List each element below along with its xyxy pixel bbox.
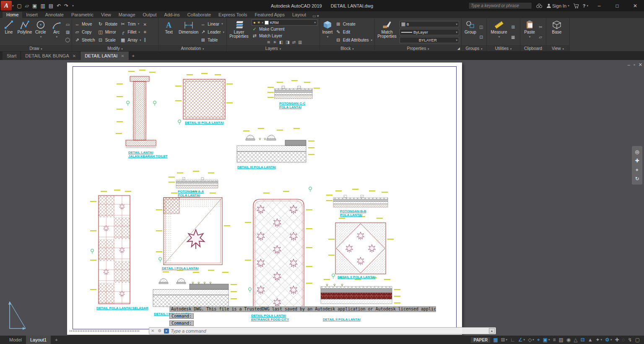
panel-expander-icon[interactable]: ◢	[457, 46, 460, 51]
ellipse-icon[interactable]: ◯	[65, 37, 70, 42]
lineweight-select[interactable]: ByLayer▾	[400, 29, 459, 35]
copy-clip-icon[interactable]: ▱	[539, 35, 542, 39]
array-button[interactable]: ▦Array▾	[120, 37, 141, 44]
ribbon-tab-insert[interactable]: Insert	[22, 12, 42, 18]
maximize-button[interactable]: □	[610, 0, 624, 11]
search-input[interactable]	[468, 2, 532, 9]
fillet-button[interactable]: ╭Fillet▾	[120, 29, 141, 36]
model-tab[interactable]: Model	[5, 336, 26, 344]
minimize-button[interactable]: –	[592, 0, 606, 11]
file-tab-start[interactable]: Start	[3, 52, 21, 60]
move-button[interactable]: ↔Move	[74, 21, 95, 27]
object-color-select[interactable]: 8▾	[400, 21, 459, 27]
annotation-visibility-icon[interactable]: ▲	[588, 337, 593, 343]
object-snap-icon[interactable]: ▣▾	[543, 337, 550, 343]
ribbon-tab-express-tools[interactable]: Express Tools	[215, 12, 251, 18]
sign-in-button[interactable]: Sign In▾	[546, 3, 569, 8]
undo-icon[interactable]: ↶	[57, 3, 61, 9]
new-tab-button[interactable]: +	[129, 52, 138, 60]
polyline-button[interactable]: Polyline	[17, 19, 32, 45]
annotation-monitor-icon[interactable]: ✚	[615, 337, 619, 343]
copy-button[interactable]: ▱Copy	[74, 29, 95, 36]
ribbon-tab-collaborate[interactable]: Collaborate	[184, 12, 215, 18]
group-edit-icon[interactable]: ⊡	[480, 35, 483, 39]
erase-icon[interactable]: ✕	[143, 22, 147, 27]
annotation-scale-icon[interactable]: ✦▾	[596, 337, 602, 343]
layer-select[interactable]: ● ☀ ▪ KRM▾	[252, 19, 317, 26]
clean-screen-icon[interactable]: ▢	[635, 337, 640, 343]
close-tab-icon[interactable]: ✕	[121, 54, 124, 58]
panel-label-draw[interactable]: Draw ▾	[0, 45, 72, 51]
scale-button[interactable]: ⊡Scale	[98, 37, 117, 44]
drawing-close-icon[interactable]: ✕	[639, 62, 642, 68]
panel-label-view[interactable]: View ▾	[546, 45, 569, 51]
close-button[interactable]: ✕	[628, 0, 642, 11]
leader-button[interactable]: ↗Leader▾	[200, 29, 224, 36]
ribbon-display-toggle-icon[interactable]: ▭ ▾	[312, 14, 319, 18]
offset-icon[interactable]: ∥	[144, 37, 146, 42]
rotate-button[interactable]: ↻Rotate	[98, 21, 117, 27]
dimension-button[interactable]: Dimension	[179, 19, 198, 45]
selection-cycling-icon[interactable]: ◉	[566, 337, 571, 343]
grid-icon[interactable]: ▦	[493, 337, 498, 343]
save-icon[interactable]: ▣	[32, 3, 37, 9]
ribbon-tab-featured-apps[interactable]: Featured Apps	[251, 12, 288, 18]
panel-label-modify[interactable]: Modify ▾	[72, 45, 158, 51]
layer-isolate-icon[interactable]: ☀	[273, 40, 277, 44]
command-close-icon[interactable]: ✕	[150, 328, 155, 333]
polar-tracking-icon[interactable]: ∠▾	[518, 337, 525, 343]
isodraft-icon[interactable]: ◇▾	[528, 337, 534, 343]
paste-button[interactable]: Paste▾	[522, 19, 538, 45]
layer-off-icon[interactable]: ≋	[267, 40, 270, 44]
layer-walk-icon[interactable]: ⇄	[292, 40, 296, 44]
new-file-icon[interactable]: ▢	[17, 3, 22, 9]
ribbon-tab-addins[interactable]: Add-ins	[161, 12, 184, 18]
drawing-minimize-icon[interactable]: –	[628, 62, 630, 68]
ortho-icon[interactable]: ∟	[510, 337, 515, 343]
autocad-logo-icon[interactable]: A	[1, 1, 12, 10]
drawing-canvas[interactable]	[67, 63, 462, 335]
file-tab-detail-lantai[interactable]: DETAIL LANTAI✕	[80, 52, 129, 60]
paper-space-toggle[interactable]: PAPER	[471, 337, 490, 343]
workspace-gear-icon[interactable]: ⚙▾	[605, 337, 612, 343]
orbit-icon[interactable]: ↻	[635, 176, 639, 182]
create-block-button[interactable]: ⊞Create	[335, 21, 372, 27]
trim-button[interactable]: ✂Trim▾	[120, 21, 141, 27]
redo-icon[interactable]: ↷	[64, 3, 68, 9]
text-button[interactable]: A Text	[160, 19, 178, 45]
snap-icon[interactable]: ⊞▾	[501, 337, 508, 343]
drawing-area[interactable]: DETAIL LANTAIJALAN KEARAH TOILET DETAIL …	[0, 60, 644, 336]
ribbon-tab-home[interactable]: Home	[3, 12, 22, 18]
panel-label-layers[interactable]: Layers ▾	[227, 45, 319, 51]
quick-select-icon[interactable]: ⊞	[512, 25, 515, 29]
search-binoculars-icon[interactable]	[536, 3, 543, 8]
ribbon-tab-parametric[interactable]: Parametric	[68, 12, 97, 18]
ribbon-tab-manage[interactable]: Manage	[115, 12, 139, 18]
ribbon-tab-view[interactable]: View	[97, 12, 115, 18]
layout1-tab[interactable]: Layout1	[26, 336, 51, 344]
panel-label-groups[interactable]: Groups ▾	[462, 45, 486, 51]
explode-icon[interactable]: ✳	[143, 30, 147, 34]
stretch-button[interactable]: ⇗Stretch	[74, 37, 95, 44]
hatch-icon[interactable]: ▨	[66, 30, 70, 34]
quick-calc-icon[interactable]: ▦	[511, 35, 515, 39]
edit-block-button[interactable]: ✎Edit	[335, 29, 372, 36]
line-button[interactable]: Line	[1, 19, 16, 45]
ribbon-tab-annotate[interactable]: Annotate	[42, 12, 68, 18]
group-button[interactable]: Group	[463, 19, 478, 45]
layout-paper[interactable]: DETAIL LANTAIJALAN KEARAH TOILET DETAIL …	[67, 63, 462, 335]
match-properties-button[interactable]: Match Properties	[376, 19, 398, 45]
mirror-button[interactable]: ◫Mirror	[98, 29, 117, 36]
new-layout-button[interactable]: +	[51, 336, 62, 344]
drawing-restore-icon[interactable]: ▫	[634, 62, 635, 68]
circle-button[interactable]: Circle▾	[33, 19, 48, 45]
layer-state-icon[interactable]: ▥	[298, 40, 302, 44]
command-line[interactable]: ✕ ⚙ ▸ ▴	[149, 327, 496, 334]
measure-button[interactable]: Measure▾	[488, 19, 510, 45]
app-store-cart-icon[interactable]	[573, 3, 579, 8]
arc-button[interactable]: Arc▾	[49, 19, 64, 45]
rectangle-icon[interactable]: ▭	[66, 22, 70, 27]
command-customize-icon[interactable]: ⚙	[157, 328, 162, 333]
panel-label-block[interactable]: Block ▾	[320, 45, 374, 51]
table-button[interactable]: ⊞Table	[200, 37, 224, 44]
